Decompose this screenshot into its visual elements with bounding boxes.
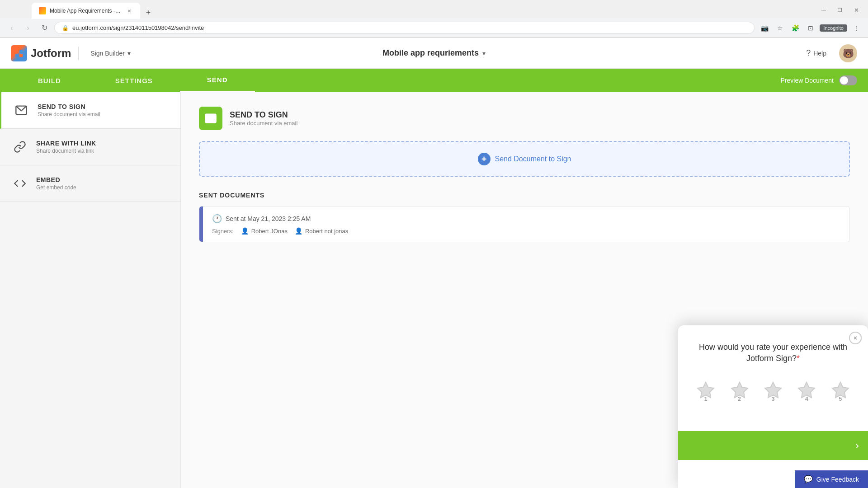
tab-send[interactable]: SEND [180, 69, 255, 92]
popup-next-icon: › [855, 439, 859, 452]
star-5-num: 5 [839, 396, 842, 402]
help-label: Help [813, 50, 826, 57]
sent-doc-signers: Signers: 👤 Robert JOnas 👤 Robert not jon… [212, 227, 840, 235]
document-title: Mobile app requriements [382, 48, 479, 58]
send-document-button[interactable]: + Send Document to Sign [199, 141, 850, 177]
tab-title: Mobile App Requirements - Cop [50, 8, 122, 14]
signer-user-icon-2: 👤 [295, 227, 302, 235]
doc-title-chevron-icon[interactable]: ▾ [482, 50, 486, 57]
sent-doc-content: 🕐 Sent at May 21, 2023 2:25 AM Signers: … [203, 206, 849, 242]
sent-doc-time: Sent at May 21, 2023 2:25 AM [226, 215, 311, 222]
titlebar: Mobile App Requirements - Cop ✕ + ─ ❐ ✕ [0, 0, 868, 18]
send-btn-label: Send Document to Sign [495, 155, 571, 163]
sidebar-item-share-with-link[interactable]: SHARE WITH LINK Share document via link [0, 129, 180, 165]
star-1[interactable]: 1 [693, 379, 719, 406]
logo-area: Jotform [11, 45, 71, 61]
sign-builder-label: Sign Builder [90, 50, 125, 57]
star-2-num: 2 [738, 396, 741, 402]
send-header-icon [199, 107, 222, 130]
sent-doc-indicator [199, 206, 203, 242]
back-button[interactable]: ‹ [5, 22, 18, 34]
help-circle-icon: ? [806, 48, 811, 58]
help-button[interactable]: ? Help [801, 46, 832, 61]
signer-name-1: Robert JOnas [251, 228, 288, 235]
nav-tabs: BUILD SETTINGS SEND Preview Document [0, 69, 868, 92]
clock-icon: 🕐 [212, 214, 222, 224]
reload-button[interactable]: ↻ [38, 22, 51, 34]
browser-toolbar: ‹ › ↻ 🔒 eu.jotform.com/sign/231401150198… [0, 18, 868, 38]
window-minimize-button[interactable]: ─ [817, 4, 830, 16]
sign-builder-chevron: ▾ [127, 50, 131, 57]
new-tab-button[interactable]: + [142, 6, 155, 19]
tab-settings[interactable]: SETTINGS [88, 69, 180, 92]
feedback-icon: 💬 [804, 475, 813, 483]
preview-toggle[interactable] [839, 75, 857, 85]
sidebar-link-title: SHARE WITH LINK [36, 140, 96, 147]
popup-close-button[interactable]: × [849, 332, 862, 344]
sidebar-embed-desc: Get embed code [36, 184, 76, 191]
window-close-button[interactable]: ✕ [850, 4, 863, 16]
sent-documents-section: SENT DOCUMENTS 🕐 Sent at May 21, 2023 2:… [199, 192, 850, 242]
popup-required-marker: * [797, 354, 800, 363]
sidebar-item-send-to-sign[interactable]: SEND TO SIGN Share document via email [0, 92, 180, 129]
sidebar-item-embed[interactable]: EMBED Get embed code [0, 165, 180, 202]
email-icon [12, 101, 30, 119]
lock-icon: 🔒 [62, 25, 69, 31]
browser-chrome: Mobile App Requirements - Cop ✕ + ─ ❐ ✕ … [0, 0, 868, 38]
sidebar-embed-title: EMBED [36, 176, 76, 183]
star-3-num: 3 [772, 396, 775, 402]
incognito-badge: Incognito [820, 24, 847, 32]
star-3[interactable]: 3 [760, 379, 786, 406]
forward-button[interactable]: › [22, 22, 34, 34]
signers-label: Signers: [212, 228, 234, 235]
header-divider [78, 47, 79, 60]
sent-doc-time-row: 🕐 Sent at May 21, 2023 2:25 AM [212, 214, 840, 224]
feedback-label: Give Feedback [816, 476, 859, 483]
popup-question-text: How would you rate your experience with … [699, 343, 847, 363]
star-1-num: 1 [704, 396, 708, 402]
app-header: Jotform Sign Builder ▾ Mobile app requri… [0, 38, 868, 69]
extensions-icon[interactable]: 🧩 [789, 22, 802, 34]
popup-question: How would you rate your experience with … [693, 342, 854, 364]
logo-text: Jotform [31, 47, 71, 60]
header-right: ? Help 🐻 [801, 44, 857, 62]
tab-build[interactable]: BUILD [11, 69, 88, 92]
sidebar-send-title: SEND TO SIGN [38, 103, 100, 110]
toggle-knob [840, 76, 848, 84]
preview-document-label: Preview Document [781, 77, 834, 84]
signer-name-2: Robert not jonas [305, 228, 348, 235]
sidebar-item-link-text: SHARE WITH LINK Share document via link [36, 140, 96, 154]
send-header-text: SEND TO SIGN Share document via email [230, 110, 297, 127]
more-options-button[interactable]: ⋮ [850, 22, 863, 34]
popup-next-button[interactable]: › [678, 431, 868, 460]
popup-body: How would you rate your experience with … [678, 325, 868, 431]
tab-favicon [39, 7, 46, 14]
jotform-logo-icon [11, 45, 27, 61]
bookmark-icon[interactable]: ☆ [774, 22, 786, 34]
rating-popup: × How would you rate your experience wit… [678, 325, 868, 488]
sidebar-send-desc: Share document via email [38, 111, 100, 117]
header-center: Mobile app requriements ▾ [382, 48, 486, 58]
sign-builder-button[interactable]: Sign Builder ▾ [86, 47, 135, 60]
embed-icon [11, 174, 29, 192]
toolbar-icons: 📷 ☆ 🧩 ⊡ Incognito ⋮ [758, 22, 863, 34]
send-header-desc: Share document via email [230, 120, 297, 127]
user-avatar[interactable]: 🐻 [839, 44, 857, 62]
sync-icon[interactable]: ⊡ [804, 22, 817, 34]
send-header-title: SEND TO SIGN [230, 110, 297, 120]
tab-close-button[interactable]: ✕ [126, 7, 133, 14]
star-4[interactable]: 4 [793, 379, 820, 406]
send-to-sign-header: SEND TO SIGN Share document via email [199, 107, 850, 130]
sidebar-item-embed-text: EMBED Get embed code [36, 176, 76, 191]
sidebar-item-send-text: SEND TO SIGN Share document via email [38, 103, 100, 117]
camera-off-icon[interactable]: 📷 [758, 22, 771, 34]
browser-tab-active[interactable]: Mobile App Requirements - Cop ✕ [32, 3, 140, 19]
preview-area: Preview Document [781, 75, 858, 85]
window-restore-button[interactable]: ❐ [834, 4, 846, 16]
give-feedback-button[interactable]: 💬 Give Feedback [795, 470, 868, 488]
sent-docs-title: SENT DOCUMENTS [199, 192, 850, 199]
star-2[interactable]: 2 [726, 379, 752, 406]
star-5[interactable]: 5 [827, 379, 854, 406]
address-bar[interactable]: 🔒 eu.jotform.com/sign/231401150198042/se… [54, 22, 755, 34]
stars-row: 1 2 3 4 [693, 379, 854, 406]
